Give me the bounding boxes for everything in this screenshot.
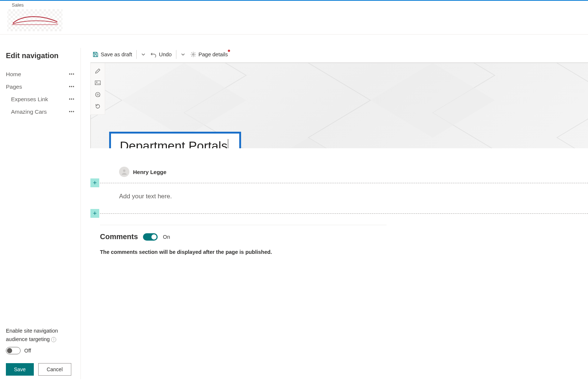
nav-item-label: Expenses Link [11, 96, 48, 103]
header-edit-rail [90, 63, 105, 115]
avatar-icon [119, 167, 129, 177]
page-details-button[interactable]: Page details [189, 50, 229, 59]
text-webpart-placeholder[interactable]: Add your text here. [119, 193, 588, 200]
svg-point-2 [96, 82, 97, 83]
command-bar: Save as draft Undo Page det [81, 48, 588, 63]
edit-icon[interactable] [95, 68, 101, 74]
topbar: Sales [0, 0, 588, 35]
car-logo-icon [11, 14, 59, 27]
chevron-down-icon [141, 52, 146, 57]
undo-icon [151, 52, 157, 57]
svg-point-5 [123, 170, 125, 172]
info-icon[interactable]: i [51, 337, 56, 342]
page-canvas: Department Portals Henry Legge + Add you… [90, 63, 588, 255]
comments-toggle-state: On [163, 234, 170, 240]
section-divider: + [90, 213, 588, 214]
more-icon[interactable]: ••• [69, 84, 75, 89]
nav-item-label: Home [6, 71, 21, 78]
site-logo[interactable] [7, 9, 62, 31]
page-title-input[interactable]: Department Portals [109, 132, 241, 148]
comments-note: The comments section will be displayed a… [100, 249, 387, 255]
audience-toggle-row: Off [6, 347, 75, 354]
more-icon[interactable]: ••• [69, 109, 75, 114]
svg-point-4 [97, 94, 98, 95]
nav-item-pages[interactable]: Pages ••• [6, 81, 75, 93]
cancel-button[interactable]: Cancel [38, 363, 71, 376]
gear-icon [190, 52, 196, 57]
save-as-draft-label: Save as draft [101, 52, 132, 57]
svg-rect-1 [95, 81, 100, 85]
audience-toggle-state: Off [24, 348, 31, 354]
svg-point-0 [193, 54, 194, 55]
author-name: Henry Legge [133, 169, 166, 175]
save-dropdown-button[interactable] [140, 51, 147, 58]
edit-navigation-sidebar: Edit navigation Home ••• Pages ••• Expen… [0, 48, 81, 379]
undo-button[interactable]: Undo [149, 50, 173, 59]
author-row[interactable]: Henry Legge [119, 167, 588, 177]
site-name-label: Sales [12, 2, 581, 8]
nav-item-home[interactable]: Home ••• [6, 68, 75, 81]
nav-item-label: Pages [6, 84, 22, 90]
nav-item-list: Home ••• Pages ••• Expenses Link ••• Ama… [6, 68, 75, 327]
page-details-label: Page details [198, 52, 228, 57]
focal-point-icon[interactable] [95, 92, 101, 97]
audience-toggle[interactable] [6, 347, 21, 354]
nav-item-amazing-cars[interactable]: Amazing Cars ••• [6, 106, 75, 118]
sidebar-footer: Enable site navigation audience targetin… [6, 327, 75, 379]
add-section-button[interactable]: + [90, 178, 99, 187]
main-content: Save as draft Undo Page det [81, 48, 588, 379]
notification-dot-icon [228, 50, 230, 52]
save-icon [93, 52, 98, 57]
more-icon[interactable]: ••• [69, 97, 75, 102]
nav-item-expenses-link[interactable]: Expenses Link ••• [6, 93, 75, 106]
nav-item-label: Amazing Cars [11, 109, 47, 115]
add-section-button[interactable]: + [90, 209, 99, 218]
reset-icon[interactable] [95, 103, 101, 109]
save-as-draft-button[interactable]: Save as draft [91, 50, 133, 59]
comments-toggle[interactable] [143, 233, 158, 241]
undo-dropdown-button[interactable] [179, 51, 187, 58]
undo-label: Undo [159, 52, 172, 57]
section-divider: + [90, 183, 588, 183]
audience-targeting-label: Enable site navigation audience targetin… [6, 327, 72, 343]
comments-title: Comments [100, 233, 138, 241]
image-icon[interactable] [95, 80, 101, 86]
page-header-area[interactable]: Department Portals [90, 63, 588, 148]
chevron-down-icon [181, 52, 185, 57]
page-title-text: Department Portals [120, 139, 228, 148]
sidebar-title: Edit navigation [6, 52, 75, 60]
comments-section: Comments On The comments section will be… [100, 225, 387, 255]
save-button[interactable]: Save [6, 363, 34, 376]
more-icon[interactable]: ••• [69, 72, 75, 77]
